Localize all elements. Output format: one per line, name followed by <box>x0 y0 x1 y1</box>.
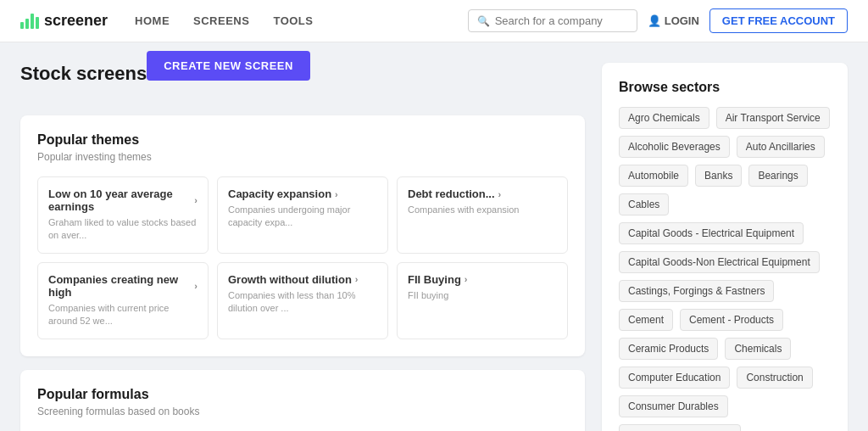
header: screener HOME SCREENS TOOLS 🔍 👤 LOGIN GE… <box>0 0 868 42</box>
themes-grid: Low on 10 year average earnings › Graham… <box>37 176 568 339</box>
sector-tag-11[interactable]: Cement <box>619 309 673 331</box>
browse-sectors-card: Browse sectors Agro ChemicalsAir Transpo… <box>602 63 848 431</box>
main-nav: HOME SCREENS TOOLS <box>135 14 313 27</box>
logo-bar-1 <box>20 22 24 29</box>
sector-tag-4[interactable]: Automobile <box>619 165 688 187</box>
theme-item-0[interactable]: Low on 10 year average earnings › Graham… <box>37 176 209 254</box>
logo-text: screener <box>44 12 108 30</box>
browse-sectors-title: Browse sectors <box>619 80 831 95</box>
search-input[interactable] <box>495 14 628 27</box>
logo-bar-3 <box>31 14 34 29</box>
login-button[interactable]: 👤 LOGIN <box>648 14 699 27</box>
logo-icon <box>20 14 39 29</box>
left-panel: Stock screens CREATE NEW SCREEN Popular … <box>20 63 585 431</box>
arrow-icon-3: › <box>194 281 198 291</box>
theme-title-4: Growth without dilution › <box>228 273 377 286</box>
nav-home[interactable]: HOME <box>135 14 170 27</box>
theme-desc-1: Companies undergoing major capacity expa… <box>228 204 377 230</box>
sector-tag-8[interactable]: Capital Goods - Electrical Equipment <box>619 222 804 244</box>
popular-themes-card: Popular themes Popular investing themes … <box>20 115 585 356</box>
theme-desc-0: Graham liked to value stocks based on av… <box>48 216 198 243</box>
sectors-grid: Agro ChemicalsAir Transport ServiceAlcoh… <box>619 107 831 431</box>
search-box[interactable]: 🔍 <box>468 9 637 32</box>
theme-item-1[interactable]: Capacity expansion › Companies undergoin… <box>217 176 388 254</box>
sector-tag-7[interactable]: Cables <box>619 193 669 216</box>
theme-item-5[interactable]: FII Buying › FII buying <box>397 262 568 339</box>
nav-screens[interactable]: SCREENS <box>193 14 249 27</box>
main-content: Stock screens CREATE NEW SCREEN Popular … <box>0 42 868 431</box>
sector-tag-10[interactable]: Castings, Forgings & Fastners <box>619 280 774 302</box>
theme-title-0: Low on 10 year average earnings › <box>48 188 198 213</box>
theme-desc-5: FII buying <box>408 289 557 302</box>
logo[interactable]: screener <box>20 12 108 30</box>
sector-tag-2[interactable]: Alcoholic Beverages <box>619 136 730 158</box>
sector-tag-17[interactable]: Consumer Durables <box>619 395 728 417</box>
theme-desc-3: Companies with current price around 52 w… <box>48 302 198 328</box>
sector-tag-6[interactable]: Bearings <box>748 165 807 187</box>
theme-desc-4: Companies with less than 10% dilution ov… <box>228 289 377 316</box>
theme-desc-2: Companies with expansion <box>408 204 557 216</box>
search-icon: 🔍 <box>477 15 490 27</box>
arrow-icon-1: › <box>335 189 338 199</box>
sector-tag-16[interactable]: Construction <box>737 367 812 389</box>
sector-tag-14[interactable]: Chemicals <box>725 338 791 360</box>
arrow-icon-0: › <box>194 195 198 205</box>
arrow-icon-5: › <box>465 274 468 284</box>
get-account-button[interactable]: GET FREE ACCOUNT <box>709 8 848 33</box>
header-right: 🔍 👤 LOGIN GET FREE ACCOUNT <box>468 8 848 33</box>
sector-tag-0[interactable]: Agro Chemicals <box>619 107 709 129</box>
sector-tag-18[interactable]: Credit Rating Agencies <box>619 424 741 431</box>
formulas-card-title: Popular formulas <box>37 387 568 402</box>
logo-bar-4 <box>36 17 39 29</box>
popular-formulas-card: Popular formulas Screening formulas base… <box>20 370 585 431</box>
theme-item-4[interactable]: Growth without dilution › Companies with… <box>217 262 388 339</box>
sector-tag-5[interactable]: Banks <box>695 165 742 187</box>
create-screen-button[interactable]: CREATE NEW SCREEN <box>147 51 310 81</box>
nav-tools[interactable]: TOOLS <box>273 14 313 27</box>
themes-card-subtitle: Popular investing themes <box>37 151 568 163</box>
sector-tag-3[interactable]: Auto Ancillaries <box>737 136 825 158</box>
sector-tag-13[interactable]: Ceramic Products <box>619 338 718 360</box>
arrow-icon-2: › <box>498 189 502 199</box>
login-label: LOGIN <box>665 14 699 27</box>
theme-item-3[interactable]: Companies creating new high › Companies … <box>37 262 209 339</box>
themes-card-title: Popular themes <box>37 132 568 148</box>
theme-item-2[interactable]: Debt reduction... › Companies with expan… <box>397 176 568 254</box>
theme-title-5: FII Buying › <box>408 273 557 286</box>
right-panel: Browse sectors Agro ChemicalsAir Transpo… <box>602 63 848 431</box>
page-title: Stock screens <box>20 63 147 85</box>
logo-bar-2 <box>25 19 29 29</box>
user-icon: 👤 <box>648 14 661 27</box>
sector-tag-15[interactable]: Computer Education <box>619 367 730 389</box>
theme-title-3: Companies creating new high › <box>48 273 198 299</box>
theme-title-1: Capacity expansion › <box>228 188 377 200</box>
formulas-card-subtitle: Screening formulas based on books <box>37 406 568 417</box>
sector-tag-1[interactable]: Air Transport Service <box>716 107 830 129</box>
sector-tag-9[interactable]: Capital Goods-Non Electrical Equipment <box>619 251 820 273</box>
theme-title-2: Debt reduction... › <box>408 188 557 200</box>
arrow-icon-4: › <box>355 274 359 284</box>
sector-tag-12[interactable]: Cement - Products <box>680 309 783 331</box>
